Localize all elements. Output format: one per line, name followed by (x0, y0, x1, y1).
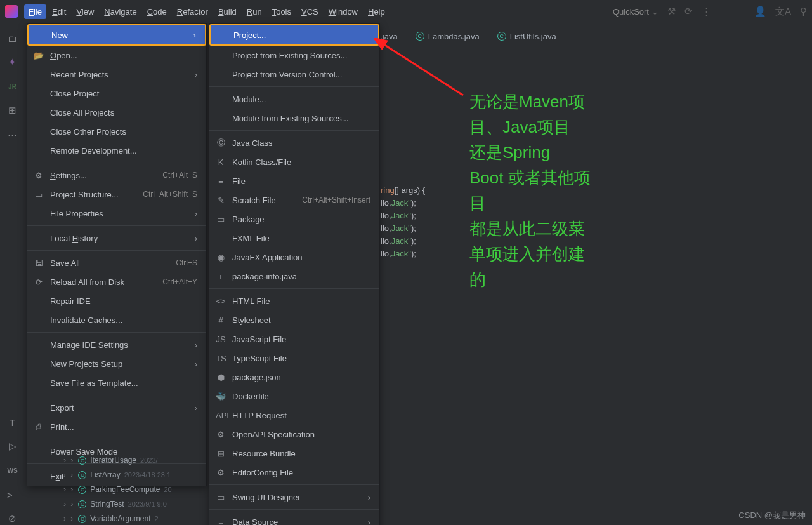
menu-item-settings-[interactable]: ⚙Settings...Ctrl+Alt+S (27, 166, 206, 185)
menu-tools[interactable]: Tools (268, 4, 296, 19)
chevron-right-icon: › (195, 340, 197, 350)
menu-item-package-json[interactable]: ⬢package.json (209, 368, 379, 387)
menu-item-fxml-file[interactable]: FXML File (209, 229, 379, 248)
menu-item-label: Open... (50, 51, 77, 60)
menu-item-label: JavaFX Application (232, 253, 303, 262)
menu-item-label: HTTP Request (232, 411, 287, 420)
menu-item-stylesheet[interactable]: #Stylesheet (209, 310, 379, 329)
menu-item-label: New (51, 30, 68, 40)
more-icon[interactable]: ⋮ (702, 6, 711, 17)
menu-item-file-properties[interactable]: File Properties› (27, 204, 206, 223)
menu-item-label: TypeScript File (232, 354, 287, 363)
terminal-icon[interactable]: >_ (6, 488, 19, 501)
menu-item-file[interactable]: ≡File (209, 171, 379, 190)
menu-item-label: Project... (233, 30, 266, 40)
tree-item[interactable]: › ›CIteratorUsage 2023/ (63, 453, 172, 468)
menu-item-scratch-file[interactable]: ✎Scratch FileCtrl+Alt+Shift+Insert (209, 190, 379, 209)
structure-icon[interactable]: ⊞ (6, 104, 19, 117)
menu-item-reload-all-from-disk[interactable]: ⟳Reload All from DiskCtrl+Alt+Y (27, 272, 206, 291)
file-menu: New›📂Open...Recent Projects›Close Projec… (27, 23, 207, 486)
user-icon[interactable]: 👤 (754, 6, 766, 17)
menu-item-label: Kotlin Class/File (232, 157, 291, 167)
menu-item-resource-bundle[interactable]: ⊞Resource Bundle (209, 444, 379, 463)
menu-item-manage-ide-settings[interactable]: Manage IDE Settings› (27, 335, 206, 354)
tree-item[interactable]: › ›CListArray 2023/4/18 23:1 (63, 468, 172, 482)
menu-item-label: Local History (50, 234, 98, 243)
menu-item-data-source[interactable]: ≡Data Source› (209, 512, 379, 525)
item-icon: ▭ (216, 493, 226, 502)
project-selector[interactable]: QuickSort⌄ (613, 7, 658, 17)
menu-item-close-project[interactable]: Close Project (27, 84, 206, 103)
menu-code[interactable]: Code (143, 4, 171, 19)
menu-file[interactable]: File (24, 4, 46, 19)
ws-icon[interactable]: WS (6, 464, 19, 477)
t-icon[interactable]: T (6, 416, 19, 429)
menu-item-recent-projects[interactable]: Recent Projects› (27, 65, 206, 84)
menu-item-module-[interactable]: Module... (209, 90, 379, 109)
annotation-text: 无论是Maven项目、Java项目还是SpringBoot 或者其他项目都是从此… (469, 89, 634, 292)
menu-item-package[interactable]: ▭Package (209, 209, 379, 229)
menu-item-save-file-as-template-[interactable]: Save File as Template... (27, 373, 206, 392)
menu-item-print-[interactable]: ⎙Print... (27, 417, 206, 436)
menu-item-close-other-projects[interactable]: Close Other Projects (27, 122, 206, 141)
shortcut: Ctrl+Alt+Y (162, 277, 197, 286)
menu-item-project-from-version-control-[interactable]: Project from Version Control... (209, 65, 379, 84)
menu-view[interactable]: View (72, 4, 98, 19)
menu-item-java-class[interactable]: ⒸJava Class (209, 133, 379, 152)
menu-help[interactable]: Help (363, 4, 390, 19)
menu-item-html-file[interactable]: <>HTML File (209, 291, 379, 310)
menu-vcs[interactable]: VCS (297, 4, 323, 19)
menu-item-label: File Properties (50, 209, 103, 218)
menu-item-repair-ide[interactable]: Repair IDE (27, 291, 206, 310)
menu-window[interactable]: Window (324, 4, 362, 19)
menu-item-editorconfig-file[interactable]: ⚙EditorConfig File (209, 463, 379, 482)
folder-icon[interactable]: 🗀 (6, 32, 19, 44)
menu-item-http-request[interactable]: APIHTTP Request (209, 406, 379, 425)
menu-item-kotlin-class-file[interactable]: KKotlin Class/File (209, 152, 379, 171)
menu-item-swing-ui-designer[interactable]: ▭Swing UI Designer› (209, 488, 379, 507)
menu-run[interactable]: Run (242, 4, 266, 19)
menu-item-javascript-file[interactable]: JSJavaScript File (209, 329, 379, 349)
menu-item-new-projects-setup[interactable]: New Projects Setup› (27, 354, 206, 373)
menu-item-package-info-java[interactable]: ipackage-info.java (209, 267, 379, 286)
menu-item-openapi-specification[interactable]: ⚙OpenAPI Specification (209, 425, 379, 444)
menu-item-label: Project from Version Control... (232, 70, 342, 79)
menu-item-javafx-application[interactable]: ◉JavaFX Application (209, 248, 379, 267)
menu-item-invalidate-caches-[interactable]: Invalidate Caches... (27, 310, 206, 329)
menu-item-dockerfile[interactable]: 🐳Dockerfile (209, 387, 379, 406)
menu-item-project-from-existing-sources-[interactable]: Project from Existing Sources... (209, 46, 379, 65)
update-icon[interactable]: ⟳ (684, 6, 693, 17)
menu-item-project-[interactable]: Project... (211, 25, 378, 44)
tab-listutils-java[interactable]: CListUtils.java (488, 25, 565, 47)
menu-item-new[interactable]: New› (29, 25, 205, 44)
jr-icon[interactable]: JR (6, 80, 19, 93)
menu-item-close-all-projects[interactable]: Close All Projects (27, 103, 206, 122)
menu-item-local-history[interactable]: Local History› (27, 229, 206, 248)
menu-item-label: Stylesheet (232, 316, 271, 325)
ai-icon[interactable]: ✦ (6, 56, 19, 69)
search-icon[interactable]: ⚲ (800, 6, 807, 17)
menu-item-project-structure-[interactable]: ▭Project Structure...Ctrl+Alt+Shift+S (27, 185, 206, 204)
menu-refactor[interactable]: Refactor (173, 4, 213, 19)
menu-item-remote-development-[interactable]: Remote Development... (27, 141, 206, 160)
watermark: CSDN @莪是男神 (738, 510, 806, 521)
menu-item-typescript-file[interactable]: TSTypeScript File (209, 349, 379, 368)
problems-icon[interactable]: ⊘ (6, 512, 19, 525)
item-icon: 🖫 (34, 258, 44, 268)
tree-item[interactable]: › ›CParkingFeeCompute 20 (63, 482, 172, 497)
menu-item-open-[interactable]: 📂Open... (27, 46, 206, 65)
menu-item-save-all[interactable]: 🖫Save AllCtrl+S (27, 253, 206, 272)
menu-item-module-from-existing-sources-[interactable]: Module from Existing Sources... (209, 109, 379, 128)
tree-item[interactable]: › ›CVariableArgument 2 (63, 512, 172, 525)
play-icon[interactable]: ▷ (6, 440, 19, 453)
item-icon: # (216, 316, 226, 325)
menu-edit[interactable]: Edit (48, 4, 70, 19)
menu-build[interactable]: Build (214, 4, 241, 19)
more-tools-icon[interactable]: ⋯ (6, 128, 19, 141)
menu-navigate[interactable]: Navigate (100, 4, 141, 19)
tree-item[interactable]: › ›CStringTest 2023/9/1 9:0 (63, 497, 172, 512)
item-icon: ▭ (216, 215, 226, 224)
menu-item-export[interactable]: Export› (27, 398, 206, 417)
translate-icon[interactable]: 文A (775, 6, 791, 18)
hammer-icon[interactable]: ⚒ (667, 6, 676, 17)
